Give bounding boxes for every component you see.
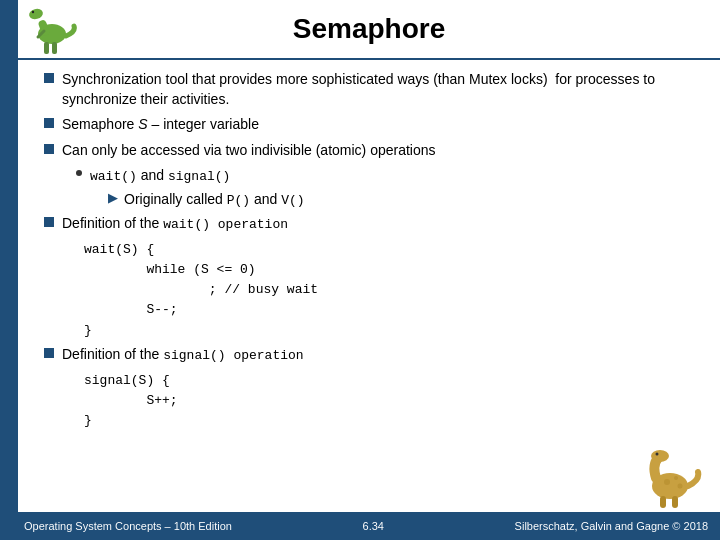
signal-code-block: signal(S) { S++; } [84,371,694,431]
bullet-square-1 [44,73,54,83]
sub-bullet-text: wait() and signal() [90,166,230,186]
wait-code-block: wait(S) { while (S <= 0) ; // busy wait … [84,240,694,341]
code-line-2: while (S <= 0) [84,260,694,280]
sig-code-line-1: signal(S) { [84,371,694,391]
bullet-2: Semaphore S – integer variable [36,115,694,135]
bullet-1: Synchronization tool that provides more … [36,70,694,109]
sig-code-line-2: S++; [84,391,694,411]
dino-bottom-image [632,450,702,508]
bullet-text-2: Semaphore S – integer variable [62,115,259,135]
subsub-bullet-pv: ▶ Originally called P() and V() [108,190,694,210]
slide-header: Semaphore [18,0,720,60]
bullet-square-3 [44,144,54,154]
sub-bullet-wait-signal: wait() and signal() [76,166,694,186]
bullet-text-3: Can only be accessed via two indivisible… [62,141,436,161]
slide-container: Semaphore Synchronization tool that prov… [0,0,720,540]
bullet-square-5 [44,348,54,358]
bullet-3: Can only be accessed via two indivisible… [36,141,694,161]
code-line-3: ; // busy wait [84,280,694,300]
left-accent-bar [0,0,18,540]
code-line-1: wait(S) { [84,240,694,260]
footer-center: 6.34 [363,520,384,532]
bullet-text-4: Definition of the wait() operation [62,214,288,234]
svg-rect-10 [660,496,666,508]
slide-title: Semaphore [293,13,446,45]
bullet-5: Definition of the signal() operation [36,345,694,365]
code-line-4: S--; [84,300,694,320]
slide-content: Synchronization tool that provides more … [32,62,702,510]
bullet-text-5: Definition of the signal() operation [62,345,304,365]
footer-bar: Operating System Concepts – 10th Edition… [0,512,720,540]
subsub-bullet-text: Originally called P() and V() [124,190,305,210]
svg-point-13 [674,476,678,480]
svg-point-14 [678,484,683,489]
code-line-5: } [84,321,694,341]
svg-point-12 [664,479,670,485]
bullet-text-1: Synchronization tool that provides more … [62,70,694,109]
footer-left: Operating System Concepts – 10th Edition [24,520,232,532]
svg-rect-11 [672,496,678,508]
sub-bullet-dot [76,170,82,176]
footer-right: Silberschatz, Galvin and Gagne © 2018 [515,520,708,532]
bullet-square-2 [44,118,54,128]
bullet-4: Definition of the wait() operation [36,214,694,234]
sig-code-line-3: } [84,411,694,431]
svg-point-9 [656,453,659,456]
subsub-arrow-icon: ▶ [108,190,118,205]
bullet-square-4 [44,217,54,227]
svg-point-8 [651,450,669,462]
